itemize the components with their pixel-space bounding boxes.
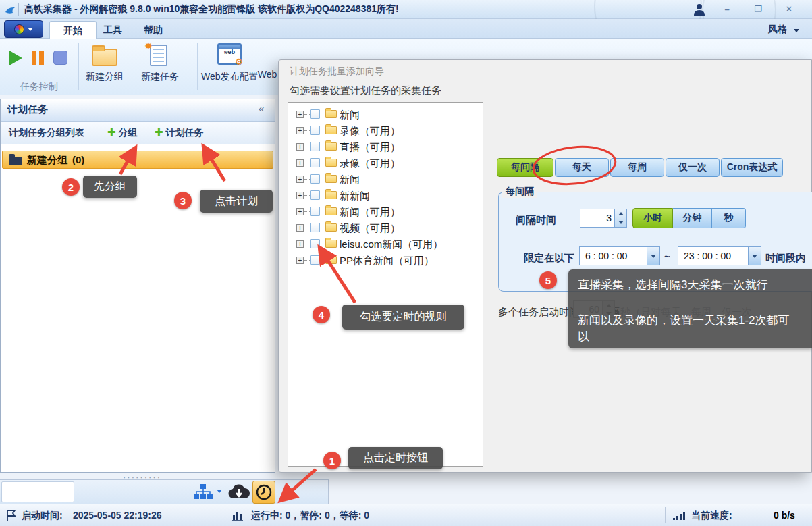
expand-icon[interactable]: +: [296, 224, 304, 232]
tree-item[interactable]: +新闻: [288, 107, 481, 123]
user-icon[interactable]: [693, 3, 706, 16]
schedule-tab-5[interactable]: Cron表达式: [721, 158, 783, 177]
unit-tab-3[interactable]: 秒: [712, 208, 746, 228]
new-star-icon: ✸: [144, 41, 153, 51]
schedule-tab-3[interactable]: 每周: [610, 158, 664, 177]
chevron-down-icon: [28, 28, 33, 31]
task-checkbox[interactable]: [310, 207, 320, 216]
tree-item[interactable]: +直播（可用）: [288, 139, 481, 155]
tree-connector: [304, 195, 310, 196]
sitemap-icon[interactable]: [193, 483, 213, 501]
titlebar-divider: [18, 3, 19, 16]
expand-icon[interactable]: +: [296, 111, 304, 118]
task-checkbox[interactable]: [310, 239, 320, 248]
tree-item[interactable]: +leisu.com新闻（可用）: [288, 236, 481, 253]
schedule-timer-button[interactable]: [252, 481, 275, 504]
chevron-down-icon[interactable]: [647, 247, 659, 265]
chevron-down-icon: [794, 29, 799, 32]
tree-item[interactable]: +新新闻: [288, 188, 481, 204]
expand-icon[interactable]: +: [296, 127, 304, 134]
cloud-download-icon[interactable]: [227, 482, 250, 502]
statusbar-divider: [665, 507, 666, 523]
task-tree: +新闻+录像（可用）+直播（可用）+录像（可用）+新闻+新新闻+新闻（可用）+视…: [288, 102, 483, 467]
app-menu-button[interactable]: [4, 20, 43, 38]
schedule-tab-2[interactable]: 每天: [555, 158, 609, 177]
start-tasks-button[interactable]: [9, 51, 22, 65]
bottom-toolbar: [0, 479, 329, 504]
folder-icon: [325, 207, 337, 215]
time-from-value: 6 : 00 : 00: [585, 251, 627, 261]
expand-icon[interactable]: +: [296, 208, 304, 215]
spinner-arrows[interactable]: [614, 209, 626, 227]
tab-tools[interactable]: 工具: [90, 21, 136, 39]
collapse-panel-button[interactable]: «: [259, 103, 264, 114]
task-checkbox[interactable]: [310, 190, 320, 200]
style-dropdown[interactable]: 风格: [768, 24, 799, 36]
expand-icon[interactable]: +: [296, 240, 304, 248]
tree-item[interactable]: +录像（可用）: [288, 155, 481, 172]
annotation-tip-3: 点击计划: [200, 190, 273, 213]
stop-tasks-button[interactable]: [53, 51, 67, 65]
interval-time-label: 间隔时间: [516, 214, 556, 227]
expand-icon[interactable]: +: [296, 159, 304, 167]
dialog-subtitle: 勾选需要设置计划任务的采集任务: [290, 84, 441, 97]
task-checkbox[interactable]: [310, 142, 320, 151]
task-checkbox[interactable]: [310, 158, 320, 167]
add-group-button[interactable]: ✚ 分组: [107, 126, 137, 139]
folder-icon: [325, 223, 337, 232]
panel-splitter[interactable]: ·········: [0, 473, 329, 479]
tree-item[interactable]: +PP体育新闻（可用）: [288, 253, 481, 269]
task-checkbox[interactable]: [310, 126, 320, 135]
web-partial-label: Web: [257, 69, 277, 80]
task-checkbox[interactable]: [310, 223, 320, 232]
clock-icon: [255, 483, 273, 501]
speed-label: 当前速度:: [691, 510, 732, 522]
ribbon-divider: [197, 43, 198, 90]
add-schedule-task-button[interactable]: ✚ 计划任务: [155, 126, 203, 139]
expand-icon[interactable]: +: [296, 176, 304, 183]
tree-item[interactable]: +录像（可用）: [288, 123, 481, 139]
chevron-down-icon[interactable]: [217, 490, 222, 493]
app-menu-icon: [14, 24, 24, 34]
tree-connector: [304, 179, 310, 180]
ribbon-divider: [78, 43, 79, 90]
signal-bars-icon: [672, 510, 686, 521]
interval-spinner[interactable]: 3: [580, 209, 627, 228]
schedule-tab-4[interactable]: 仅一次: [666, 158, 720, 177]
task-checkbox[interactable]: [310, 255, 320, 265]
tree-item[interactable]: +视频（可用）: [288, 220, 481, 236]
schedule-tab-1[interactable]: 每间隔: [497, 158, 553, 177]
task-checkbox[interactable]: [310, 174, 320, 184]
folder-icon: [325, 191, 337, 199]
panel-title: 计划任务: [7, 103, 48, 116]
tab-help[interactable]: 帮助: [130, 21, 176, 39]
tree-item[interactable]: +新闻（可用）: [288, 204, 481, 220]
unit-tab-2[interactable]: 分钟: [673, 208, 712, 228]
close-button[interactable]: ✕: [782, 3, 796, 16]
tree-item-label: 直播（可用）: [340, 141, 400, 154]
maximize-button[interactable]: ❐: [751, 3, 765, 16]
add-schedule-task-label: 计划任务: [165, 127, 203, 138]
running-status: 运行中: 0，暂停: 0，等待: 0: [251, 510, 369, 522]
unit-tab-1[interactable]: 小时: [632, 208, 673, 228]
expand-icon[interactable]: +: [296, 192, 304, 199]
folder-icon: [325, 142, 337, 151]
chevron-down-icon[interactable]: [748, 247, 761, 265]
minimize-button[interactable]: –: [720, 3, 734, 16]
tree-item[interactable]: +新闻: [288, 172, 481, 188]
tree-item-label: leisu.com新闻（可用）: [340, 238, 443, 251]
folder-icon: [325, 159, 337, 167]
new-task-label: 新建任务: [139, 71, 181, 83]
task-checkbox[interactable]: [310, 109, 320, 119]
pause-tasks-button[interactable]: [32, 51, 36, 65]
group-row-selected[interactable]: 新建分组 (0): [2, 151, 273, 169]
time-to-combobox[interactable]: 23 : 00 : 00: [678, 246, 761, 265]
time-from-combobox[interactable]: 6 : 00 : 00: [579, 246, 660, 265]
schedule-wizard-dialog: 计划任务批量添加向导 勾选需要设置计划任务的采集任务 +新闻+录像（可用）+直播…: [278, 59, 812, 473]
expand-icon[interactable]: +: [296, 257, 304, 264]
limit-suffix-label: 时间段内: [765, 252, 806, 265]
tree-connector: [304, 228, 310, 228]
expand-icon[interactable]: +: [296, 143, 304, 151]
pause-tasks-button-bar[interactable]: [39, 51, 44, 65]
web-publish-label: Web发布配置: [201, 71, 258, 83]
